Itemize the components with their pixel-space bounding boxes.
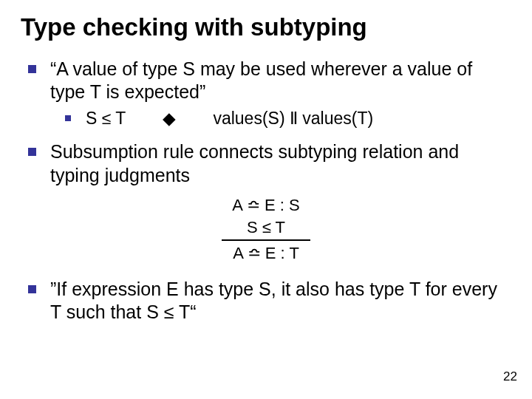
rule-premise-2: S ≤ T: [21, 216, 511, 239]
bullet-icon: [28, 285, 36, 293]
diamond-icon: ◆: [163, 109, 176, 128]
bullet-st-relation: S ≤ T◆values(S) Ⅱ values(T): [65, 108, 511, 130]
bullet-quote-text: “A value of type S may be used wherever …: [50, 58, 472, 102]
bullet-subsumption-text: Subsumption rule connects subtyping rela…: [50, 141, 459, 185]
bullet-conclusion: ”If expression E has type S, it also has…: [28, 278, 511, 324]
rule-divider: [222, 239, 310, 241]
st-right: values(S) Ⅱ values(T): [213, 109, 373, 128]
page-number: 22: [503, 369, 517, 384]
slide-title: Type checking with subtyping: [21, 13, 511, 41]
rule-premise-1: A ≏ E : S: [21, 194, 511, 216]
slide: Type checking with subtyping “A value of…: [0, 0, 532, 399]
st-left: S ≤ T: [86, 109, 126, 128]
rule-conclusion: A ≏ E : T: [21, 242, 511, 265]
bullet-subsumption: Subsumption rule connects subtyping rela…: [28, 140, 511, 187]
bullet-icon: [28, 65, 36, 73]
inference-rule: A ≏ E : S S ≤ T A ≏ E : T: [21, 194, 511, 265]
bullet-icon: [28, 148, 36, 156]
bullet-conclusion-text: ”If expression E has type S, it also has…: [50, 279, 497, 322]
bullet-icon: [65, 115, 71, 121]
bullet-quote: “A value of type S may be used wherever …: [28, 58, 511, 104]
